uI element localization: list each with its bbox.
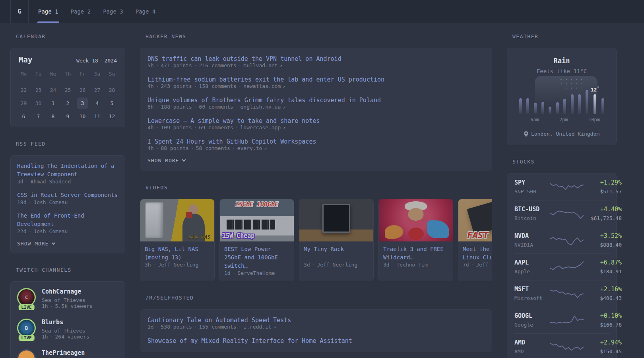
hackernews-card: DNS traffic can leak outside the VPN tun…	[140, 48, 492, 171]
chevron-down-icon	[52, 241, 56, 245]
video-card[interactable]: My Tiny Rack3d·Jeff Geerling	[299, 199, 374, 281]
day-number: 8	[47, 111, 59, 122]
show-more-label: SHOW MORE	[147, 158, 179, 163]
meta-part: i.redd.it	[243, 324, 271, 330]
hn-post-title[interactable]: I Spent 24 Hours with GitHub Copilot Wor…	[147, 138, 485, 145]
video-thumbnail[interactable]	[379, 199, 453, 241]
meta-part: 5h	[147, 62, 154, 68]
dot-separator: ·	[194, 104, 197, 110]
twitch-widget: TWITCH CHANNELS CLIVECohhCarnageSea of T…	[10, 267, 125, 358]
meta-part: Techno Tim	[396, 262, 427, 268]
day-number: 25	[62, 84, 74, 96]
rss-item-title[interactable]: CSS in React Server Components	[17, 191, 118, 199]
rss-item-title[interactable]: The End of Front-End Development	[17, 212, 118, 228]
video-title[interactable]: BEST Low Power 25GbE and 100GbE Switch…	[224, 245, 289, 270]
tab-page-4[interactable]: Page 4	[135, 0, 157, 23]
day-number: 11	[91, 111, 103, 122]
video-thumbnail[interactable]	[299, 199, 373, 241]
weather-feels-like: Feels like 11°C	[514, 68, 610, 74]
weather-card: Rain Feels like 11°C 12° 6am2pm10pm Lond…	[507, 48, 617, 145]
hn-post: Unique volumes of Brothers Grimm fairy t…	[147, 97, 485, 110]
weather-bars: 12°	[517, 81, 607, 114]
twitch-channel-name[interactable]: ThePrimeagen	[42, 349, 85, 356]
video-title[interactable]: My Tiny Rack	[304, 245, 369, 262]
video-thumbnail[interactable]: LIL NAS	[140, 199, 214, 241]
video-meta: 7d·Jeff Geerling	[463, 262, 492, 268]
thumbnail-text-bottom: 15W Cheap	[222, 232, 254, 239]
meta-part: 22d	[17, 228, 26, 234]
dot-separator: ·	[239, 62, 242, 68]
video-card[interactable]: LIL NASBig NAS, Lil NAS (moving 13)3h·Je…	[140, 199, 215, 281]
twitch-channel-row[interactable]: CLIVECohhCarnageSea of Thieves1h·5.5k vi…	[17, 288, 118, 309]
video-thumbnail[interactable]: 25GbE 100GbE15W Cheap	[220, 199, 294, 241]
weather-bar	[517, 98, 524, 114]
weather-bar	[568, 94, 576, 114]
hn-post-title[interactable]: Unique volumes of Brothers Grimm fairy t…	[147, 97, 485, 104]
video-title[interactable]: Traefik 3 and FREE Wildcard…	[383, 245, 448, 262]
video-card[interactable]: Traefik 3 and FREE Wildcard…3d·Techno Ti…	[378, 199, 453, 281]
hn-post-meta: 6h·188 points·60 comments·english.nv.ua↗	[147, 104, 485, 110]
stock-change: +1.29%	[584, 179, 622, 186]
calendar-day: 25	[60, 84, 75, 97]
video-thumbnail[interactable]: FAST	[458, 199, 492, 241]
twitch-section-title: TWITCH CHANNELS	[10, 267, 125, 273]
stock-symbol: GOOGL	[514, 312, 550, 319]
stock-id: BTC-USDBitcoin	[514, 206, 550, 221]
hour-label	[553, 117, 559, 123]
reddit-post-title[interactable]: Cautionary Tale on Automated Speed Tests	[147, 317, 485, 324]
stock-row: AAPLApple+6.87%$184.91	[514, 253, 610, 280]
day-number: 9	[62, 111, 74, 122]
day-number: 24	[47, 84, 59, 96]
app-logo[interactable]: G	[10, 0, 29, 23]
meta-part: 243 points	[161, 83, 192, 89]
dot-separator: ·	[50, 303, 53, 309]
meta-part: 3h	[145, 262, 151, 268]
rss-section-title: RSS FEED	[10, 141, 125, 147]
twitch-game: Sea of Thieves	[42, 297, 92, 303]
tab-page-1[interactable]: Page 1	[37, 0, 59, 23]
tab-page-3[interactable]: Page 3	[102, 0, 124, 23]
twitch-channel-name[interactable]: Blurbs	[42, 319, 89, 326]
video-card-body: Meet the FASTEST Linux Cluster…7d·Jeff G…	[458, 241, 492, 272]
page-tabs: Page 1Page 2Page 3Page 4	[37, 0, 156, 23]
stock-id: NVDANVIDIA	[514, 232, 550, 248]
hn-post-title[interactable]: Lowercase – A simple way to take and sha…	[147, 117, 485, 125]
dot-separator: ·	[194, 83, 197, 89]
video-card[interactable]: FASTMeet the FASTEST Linux Cluster…7d·Je…	[458, 199, 492, 281]
stock-symbol: BTC-USD	[514, 206, 550, 213]
calendar-day: 1	[46, 97, 60, 110]
stock-quote: +2.16%$406.43	[584, 286, 622, 301]
stock-id: MSFTMicrosoft	[514, 286, 550, 301]
weather-bar	[554, 102, 561, 114]
hn-post-title[interactable]: Lithium-free sodium batteries exit the l…	[147, 76, 485, 83]
calendar-day: 28	[105, 84, 119, 97]
twitch-meta: 1h·5.5k viewers	[42, 303, 92, 309]
video-card-body: Traefik 3 and FREE Wildcard…3d·Techno Ti…	[379, 241, 453, 272]
show-more-button[interactable]: SHOW MORE	[17, 241, 118, 247]
weather-bar	[539, 102, 547, 114]
twitch-channel-info: BlurbsSea of Thieves1h·264 viewers	[42, 319, 89, 340]
weather-bar	[561, 99, 568, 114]
stock-symbol: AMD	[514, 339, 550, 346]
stock-name: Google	[514, 322, 550, 328]
twitch-channel-row[interactable]: ThePrimeagen	[17, 349, 118, 358]
show-more-button[interactable]: SHOW MORE	[147, 158, 485, 163]
reddit-post-title[interactable]: Showcase of my Mixed Reality Interface f…	[147, 337, 485, 344]
motherboard-graphic	[467, 199, 492, 235]
rss-item-title[interactable]: Handling The Indentation of a Treeview C…	[17, 162, 118, 179]
stock-quote: +1.29%$511.57	[584, 179, 622, 195]
video-title[interactable]: Big NAS, Lil NAS (moving 13)	[145, 245, 210, 262]
temp-bar	[594, 94, 596, 114]
video-title[interactable]: Meet the FASTEST Linux Cluster…	[463, 245, 492, 262]
twitch-channel-row[interactable]: BLIVEBlurbsSea of Thieves1h·264 viewers	[17, 319, 118, 340]
temp-bar	[534, 103, 537, 114]
temp-bar	[519, 98, 522, 114]
tab-page-2[interactable]: Page 2	[70, 0, 92, 23]
stock-name: Microsoft	[514, 295, 550, 301]
calendar-day: 5	[105, 97, 119, 110]
video-card[interactable]: 25GbE 100GbE15W CheapBEST Low Power 25Gb…	[219, 199, 294, 281]
meta-part: every.to	[237, 145, 262, 151]
twitch-channel-name[interactable]: CohhCarnage	[42, 288, 92, 295]
hn-post-title[interactable]: DNS traffic can leak outside the VPN tun…	[147, 55, 485, 62]
dot-separator: ·	[50, 334, 53, 340]
